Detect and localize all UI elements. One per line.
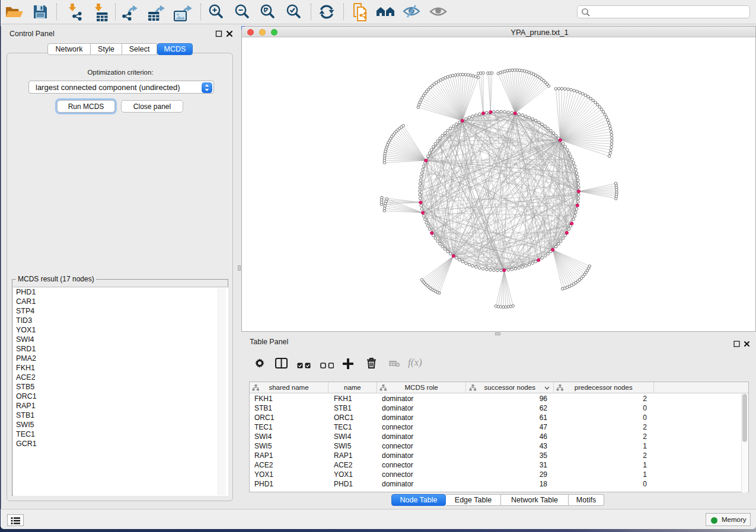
svg-text:f(x): f(x) xyxy=(408,357,422,368)
